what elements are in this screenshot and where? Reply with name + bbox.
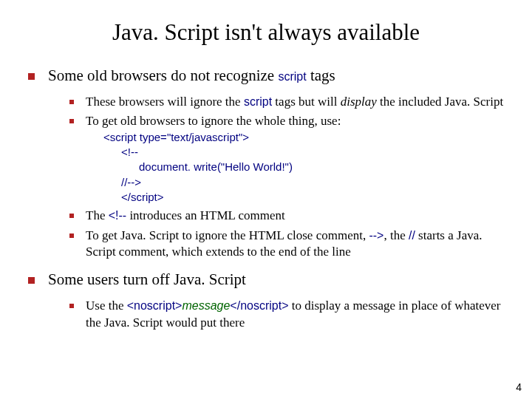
square-bullet-icon bbox=[28, 73, 35, 80]
text: , the bbox=[383, 228, 409, 242]
slide-title: Java. Script isn't always available bbox=[27, 19, 505, 46]
text: The bbox=[86, 208, 109, 222]
bullet-sub-1: These browsers will ignore the script ta… bbox=[69, 94, 505, 110]
bullet-sub-4: To get Java. Script to ignore the HTML c… bbox=[69, 228, 505, 261]
code-block: <script type="text/javascript"> <!-- doc… bbox=[103, 130, 505, 205]
text: These browsers will ignore the bbox=[86, 95, 244, 109]
code-line: </script> bbox=[121, 190, 505, 205]
page-number: 4 bbox=[516, 381, 522, 393]
text: Some old browsers do not recognize bbox=[48, 66, 278, 84]
code-line: <!-- bbox=[121, 145, 505, 160]
text: To get old browsers to ignore the whole … bbox=[86, 114, 341, 128]
text: tags but will bbox=[272, 95, 341, 109]
italic-code: message bbox=[182, 299, 230, 312]
italic-text: display bbox=[341, 95, 377, 109]
code-line: document. write("Hello World!") bbox=[139, 160, 505, 174]
bullet-sub-5: Use the <noscript>message</noscript> to … bbox=[69, 298, 505, 331]
inline-code: </noscript> bbox=[230, 299, 288, 312]
text: introduces an HTML comment bbox=[126, 208, 285, 222]
square-bullet-icon bbox=[69, 119, 74, 123]
inline-code: script bbox=[278, 70, 306, 83]
bullet-sub-3: The <!-- introduces an HTML comment bbox=[69, 208, 505, 224]
inline-code: // bbox=[409, 229, 415, 242]
square-bullet-icon bbox=[69, 214, 74, 218]
slide: Java. Script isn't always available Some… bbox=[0, 0, 532, 349]
inline-code: <noscript> bbox=[127, 299, 183, 312]
text: Some users turn off Java. Script bbox=[48, 270, 246, 288]
inline-code: <!-- bbox=[109, 209, 126, 222]
text: the included Java. Script bbox=[377, 95, 503, 109]
bullet-main-2: Some users turn off Java. Script bbox=[28, 270, 505, 289]
code-line: //--> bbox=[121, 175, 505, 190]
bullet-main-1: Some old browsers do not recognize scrip… bbox=[28, 66, 505, 85]
inline-code: script bbox=[244, 95, 272, 108]
square-bullet-icon bbox=[69, 100, 74, 104]
code-line: <script type="text/javascript"> bbox=[103, 130, 505, 145]
square-bullet-icon bbox=[69, 233, 74, 238]
text: tags bbox=[307, 66, 335, 84]
square-bullet-icon bbox=[28, 277, 35, 284]
text: Use the bbox=[86, 299, 127, 313]
text: To get Java. Script to ignore the HTML c… bbox=[86, 228, 369, 242]
square-bullet-icon bbox=[69, 304, 74, 308]
inline-code: --> bbox=[369, 229, 383, 242]
bullet-sub-2: To get old browsers to ignore the whole … bbox=[69, 113, 505, 205]
